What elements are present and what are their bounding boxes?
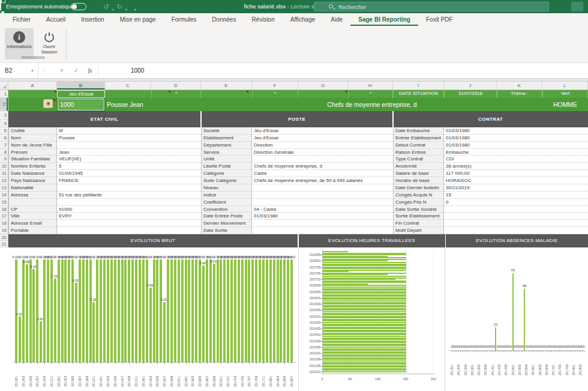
field-value[interactable] <box>252 227 393 234</box>
field-value[interactable] <box>57 142 201 149</box>
row-header-2[interactable]: 2 <box>0 98 8 111</box>
field-value[interactable]: Embauche <box>444 149 588 156</box>
field-value[interactable]: HORAISOC <box>444 177 588 184</box>
field-value[interactable] <box>57 199 201 206</box>
field-value[interactable]: Jeu d'Essai <box>252 135 393 142</box>
field-value[interactable] <box>252 156 393 163</box>
tab-insertion[interactable]: Insertion <box>73 13 112 26</box>
tab-r-vision[interactable]: Révision <box>244 13 282 26</box>
column-header-C[interactable]: C <box>105 82 151 89</box>
field-value[interactable]: Direction Générale <box>252 149 393 156</box>
column-header-B[interactable]: B <box>57 82 105 89</box>
header-cell-K1[interactable]: Thème : <box>497 90 542 98</box>
column-header-D[interactable]: D <box>151 82 201 89</box>
column-header-J[interactable]: J <box>444 82 497 89</box>
field-value[interactable] <box>252 220 393 227</box>
employee-position-cell[interactable]: Chefs de moyenne entreprise, d <box>192 98 552 111</box>
formula-bar-resize-handle[interactable]: ⋮ <box>41 63 46 78</box>
account-box[interactable] <box>571 2 583 11</box>
field-value[interactable]: VEUF(VE) <box>57 156 201 163</box>
column-header-L[interactable]: L <box>542 82 588 89</box>
tab-mise-en-page[interactable]: Mise en page <box>112 13 164 26</box>
row-header-4[interactable]: 4 <box>0 120 8 128</box>
header-cell-J1[interactable]: 31/07/2018 <box>444 90 497 98</box>
row-header-21[interactable]: 21 <box>0 241 8 247</box>
row-header-3[interactable]: 3 <box>0 111 8 120</box>
tab-affichage[interactable]: Affichage <box>283 13 323 26</box>
header-cell-I1[interactable]: DATE SITUATION <box>393 90 444 98</box>
field-value[interactable]: 51 rue des pétillants <box>57 192 201 199</box>
field-value[interactable]: 01/03/1980 <box>252 213 393 220</box>
field-value[interactable]: 04 - Cadre <box>252 206 393 213</box>
tab-foxit-pdf[interactable]: Foxit PDF <box>418 13 460 26</box>
column-header-A[interactable]: A <box>8 82 57 89</box>
field-value[interactable]: Direction <box>252 142 393 149</box>
field-value[interactable]: Chefs de moyenne entreprise, d <box>252 163 393 170</box>
field-value[interactable]: Jean <box>57 149 201 156</box>
tab-formules[interactable]: Formules <box>164 13 205 26</box>
fx-icon[interactable]: fx <box>84 63 96 78</box>
field-value[interactable] <box>444 227 588 234</box>
field-value[interactable]: 01/03/1980 <box>444 135 588 142</box>
field-value[interactable] <box>444 220 588 227</box>
column-header-E[interactable]: E <box>201 82 252 89</box>
select-all-corner[interactable] <box>0 82 8 89</box>
field-value[interactable] <box>57 220 201 227</box>
field-value[interactable]: 01/04/1945 <box>57 170 201 177</box>
field-value[interactable]: Cadre <box>252 170 393 177</box>
field-value[interactable]: 5 <box>57 163 201 170</box>
column-header-G[interactable]: G <box>298 82 348 89</box>
formula-bar-value[interactable]: 1000 <box>131 63 144 78</box>
field-value[interactable] <box>444 213 588 220</box>
search-input[interactable]: Rechercher <box>314 2 549 11</box>
tab-fichier[interactable]: Fichier <box>5 13 38 26</box>
field-value[interactable]: FRANCE <box>57 177 201 184</box>
chart-evolution-heures-travaillees[interactable]: 0501001502002012012012052012092013012013… <box>298 247 445 391</box>
header-cell-F1[interactable]: * <box>252 90 298 98</box>
field-value[interactable]: 117 000,00 <box>444 170 588 177</box>
field-value[interactable] <box>252 184 393 192</box>
row-header-1[interactable]: 1 <box>0 90 8 98</box>
field-value[interactable]: 91000 <box>57 206 201 213</box>
field-value[interactable]: 0 <box>444 199 588 206</box>
column-header-H[interactable]: H <box>348 82 393 89</box>
chart-evolution-absences-maladie[interactable]: 0201201000020120500002012090000201301000… <box>445 247 588 391</box>
field-value[interactable] <box>57 184 201 192</box>
header-cell-D1[interactable]: * <box>151 90 201 98</box>
header-cell-H1[interactable]: * <box>348 90 393 98</box>
field-value[interactable]: 01/03/1980 <box>444 142 588 149</box>
chart-evolution-brut[interactable]: 9 0002012014 0159 0002012038 5869 000201… <box>8 247 298 391</box>
field-value[interactable]: Chefs de moyenne entreprise, de 50 à 499… <box>252 177 393 184</box>
field-value[interactable] <box>57 227 201 234</box>
field-value[interactable]: M <box>57 127 201 135</box>
tab-accueil[interactable]: Accueil <box>38 13 73 26</box>
field-value[interactable]: 15 <box>444 192 588 199</box>
field-value[interactable]: 38 année(s) <box>444 163 588 170</box>
field-value[interactable]: Pousse <box>57 135 201 142</box>
row-header-20[interactable]: 20 <box>0 234 8 241</box>
field-value[interactable]: CDI <box>444 156 588 163</box>
name-box-dropdown-icon[interactable]: ▾ <box>31 63 34 78</box>
save-icon[interactable] <box>0 0 1 11</box>
field-value[interactable]: EVRY <box>57 213 201 220</box>
header-cell-B1[interactable]: Jeu d'Essai <box>57 90 105 98</box>
employee-name-cell[interactable]: Pousse Jean <box>107 98 143 111</box>
drill-detail-icon[interactable] <box>43 99 53 108</box>
autosave-toggle[interactable] <box>71 3 86 10</box>
field-value[interactable]: 30/11/2019 <box>444 184 588 192</box>
field-value[interactable] <box>252 199 393 206</box>
header-cell-L1[interactable]: Vert <box>542 90 588 98</box>
field-value[interactable]: Jeu d'Essai <box>252 127 393 135</box>
tab-donn-es[interactable]: Données <box>204 13 244 26</box>
tab-aide[interactable]: Aide <box>323 13 350 26</box>
cancel-icon[interactable]: × <box>56 63 68 78</box>
selected-cell-b2[interactable]: 1000 <box>57 98 105 111</box>
field-value[interactable] <box>252 192 393 199</box>
column-header-I[interactable]: I <box>393 82 444 89</box>
column-header-F[interactable]: F <box>252 82 298 89</box>
employee-gender-cell[interactable]: HOMME <box>542 98 588 111</box>
column-header-K[interactable]: K <box>497 82 542 89</box>
field-value[interactable] <box>444 206 588 213</box>
tab-sage-bi-reporting[interactable]: Sage BI Reporting <box>350 13 418 26</box>
field-value[interactable]: 01/03/1980 <box>444 127 588 135</box>
